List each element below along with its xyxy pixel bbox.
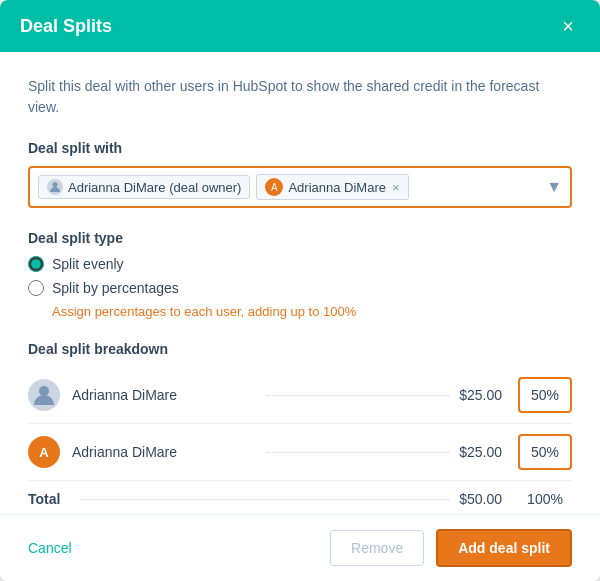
total-row: Total $50.00 100% — [28, 481, 572, 514]
split-evenly-label: Split evenly — [52, 256, 124, 272]
breakdown-section: Deal split breakdown Adrianna DiMare $25… — [28, 341, 572, 514]
remove-button: Remove — [330, 530, 424, 566]
remove-tag-button[interactable]: × — [392, 181, 400, 194]
breakdown-avatar-1 — [28, 379, 60, 411]
split-by-pct-radio[interactable] — [28, 280, 44, 296]
breakdown-name-2: Adrianna DiMare — [72, 444, 256, 460]
breakdown-pct-2: 50% — [518, 434, 572, 470]
add-deal-split-button[interactable]: Add deal split — [436, 529, 572, 567]
owner-tag: Adrianna DiMare (deal owner) — [38, 175, 250, 199]
description-text: Split this deal with other users in HubS… — [28, 76, 572, 118]
breakdown-label: Deal split breakdown — [28, 341, 572, 357]
split-evenly-option[interactable]: Split evenly — [28, 256, 572, 272]
breakdown-pct-1: 50% — [518, 377, 572, 413]
breakdown-row-1: Adrianna DiMare $25.00 50% — [28, 367, 572, 424]
total-dotted-line — [80, 499, 449, 500]
breakdown-avatar-2: A — [28, 436, 60, 468]
deal-split-type-section: Deal split type Split evenly Split by pe… — [28, 230, 572, 319]
owner-tag-label: Adrianna DiMare (deal owner) — [68, 180, 241, 195]
total-amount: $50.00 — [459, 491, 502, 507]
svg-point-1 — [39, 386, 49, 396]
close-button[interactable]: × — [556, 14, 580, 38]
breakdown-amount-1: $25.00 — [459, 387, 502, 403]
split-with-label: Deal split with — [28, 140, 572, 156]
total-pct: 100% — [518, 491, 572, 507]
modal-title: Deal Splits — [20, 16, 112, 37]
footer-right-actions: Remove Add deal split — [330, 529, 572, 567]
owner-icon — [47, 179, 63, 195]
breakdown-name-1: Adrianna DiMare — [72, 387, 256, 403]
cancel-button[interactable]: Cancel — [28, 540, 72, 556]
split-by-pct-option[interactable]: Split by percentages — [28, 280, 572, 296]
dotted-line-2 — [266, 452, 450, 453]
modal-footer: Cancel Remove Add deal split — [0, 514, 600, 581]
dropdown-arrow-icon: ▼ — [546, 178, 562, 196]
split-by-pct-label: Split by percentages — [52, 280, 179, 296]
svg-point-0 — [53, 182, 58, 187]
breakdown-row-2: A Adrianna DiMare $25.00 50% — [28, 424, 572, 481]
dotted-line-1 — [266, 395, 450, 396]
percentages-hint: Assign percentages to each user, adding … — [52, 304, 572, 319]
split-type-label: Deal split type — [28, 230, 572, 246]
added-user-tag: A Adrianna DiMare × — [256, 174, 408, 200]
breakdown-amount-2: $25.00 — [459, 444, 502, 460]
added-user-avatar: A — [265, 178, 283, 196]
modal-header: Deal Splits × — [0, 0, 600, 52]
split-evenly-radio[interactable] — [28, 256, 44, 272]
deal-splits-modal: Deal Splits × Split this deal with other… — [0, 0, 600, 581]
deal-split-with-section: Deal split with Adrianna DiMare (deal ow… — [28, 140, 572, 208]
modal-body: Split this deal with other users in HubS… — [0, 52, 600, 514]
added-user-label: Adrianna DiMare — [288, 180, 386, 195]
total-label: Total — [28, 491, 60, 507]
split-with-dropdown[interactable]: Adrianna DiMare (deal owner) A Adrianna … — [28, 166, 572, 208]
